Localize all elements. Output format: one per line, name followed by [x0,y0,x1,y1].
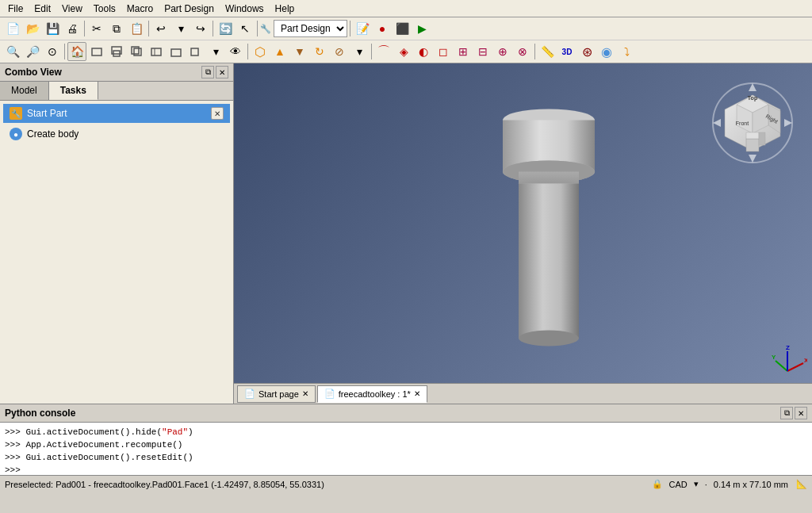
svg-rect-7 [171,49,181,56]
start-part-close-button[interactable]: ✕ [211,107,224,120]
combo-close-button[interactable]: ✕ [216,66,228,78]
chamfer-button[interactable]: ◈ [394,42,413,61]
menu-macro[interactable]: Macro [122,2,158,16]
svg-marker-21 [784,119,792,127]
workbench-selector[interactable]: Part Design [274,20,347,37]
python-console-close-button[interactable]: ✕ [795,407,807,419]
cut-button[interactable]: ✂ [87,19,106,38]
create-body-item[interactable]: ● Create body [3,124,230,144]
revolution-button[interactable]: ↻ [310,42,329,61]
menu-edit[interactable]: Edit [29,2,56,16]
paste-button[interactable]: 📋 [127,19,146,38]
tab-tasks[interactable]: Tasks [49,82,98,100]
top-view-button[interactable] [107,42,126,61]
start-part-item[interactable]: 🔧 Start Part ✕ [3,104,230,123]
python-console-body[interactable]: >>> Gui.activeDocument().hide("Pad") >>>… [0,423,812,475]
copy-button[interactable]: ⧉ [107,19,126,38]
edit-macro-button[interactable]: 📝 [353,19,372,38]
svg-point-16 [519,330,579,346]
new-sketch-button[interactable]: ⬡ [251,42,270,61]
start-page-tab-close[interactable]: ✕ [302,389,308,398]
fit-all-button[interactable]: 🔍 [3,42,22,61]
print-button[interactable]: 🖨 [63,19,82,38]
menu-file[interactable]: File [3,2,28,16]
pad-button[interactable]: ▲ [270,42,289,61]
refresh-button[interactable]: 🔄 [216,19,235,38]
draft-button[interactable]: ◐ [414,42,433,61]
part3d-button[interactable]: 3D [557,42,576,61]
move-tip-button[interactable]: ⤵ [617,42,636,61]
redo-dropdown-button[interactable]: ▾ [171,19,190,38]
create-body-tb-button[interactable]: ◉ [597,42,616,61]
undo-button[interactable]: ↩ [151,19,170,38]
menu-tools[interactable]: Tools [89,2,121,16]
svg-rect-31 [746,132,759,139]
save-button[interactable]: 💾 [43,19,62,38]
run-macro-button[interactable]: ▶ [412,19,431,38]
create-body-label: Create body [27,128,79,140]
menu-view[interactable]: View [57,2,87,16]
combo-float-button[interactable]: ⧉ [201,66,214,78]
boolean-button[interactable]: ⊛ [577,42,596,61]
part-design-dropdown[interactable]: ▾ [350,42,369,61]
svg-line-33 [787,363,803,371]
svg-text:X: X [804,357,807,364]
pocket-button[interactable]: ▼ [290,42,309,61]
svg-marker-18 [749,83,756,91]
stop-macro-button[interactable]: ⬛ [393,19,412,38]
polar-pattern-button[interactable]: ⊕ [493,42,512,61]
menu-part-design[interactable]: Part Design [159,2,219,16]
draw-style-button[interactable]: ⊙ [43,42,62,61]
start-page-tab[interactable]: 📄 Start page ✕ [237,385,316,403]
linear-pattern-button[interactable]: ⊟ [473,42,492,61]
toolbar-separator-1 [84,21,85,36]
menubar: File Edit View Tools Macro Part Design W… [0,0,812,17]
viewport[interactable]: Top Right Front X Y Z [234,63,812,404]
combo-view-icons: ⧉ ✕ [201,66,228,78]
statusbar-right: 🔒 CAD ▾ · 0.14 m x 77.10 mm 📐 [652,479,807,489]
svg-marker-19 [749,155,756,163]
start-part-label: Start Part [27,108,67,119]
stereo-button[interactable]: 👁 [226,42,245,61]
toolbar-row-1: 📄 📂 💾 🖨 ✂ ⧉ 📋 ↩ ▾ ↪ 🔄 ↖ 🔧 Part Design 📝 … [0,17,812,40]
bottom-view-button[interactable] [167,42,186,61]
menu-windows[interactable]: Windows [220,2,269,16]
home-view-button[interactable]: 🏠 [67,42,86,61]
statusbar-cad-label: CAD [669,480,688,489]
toolbar-area: 📄 📂 💾 🖨 ✂ ⧉ 📋 ↩ ▾ ↪ 🔄 ↖ 🔧 Part Design 📝 … [0,17,812,63]
toolbar-separator-6 [64,44,65,59]
fillet-button[interactable]: ⌒ [374,42,393,61]
viewport-tabs: 📄 Start page ✕ 📄 freecadtoolkey : 1* ✕ [234,383,812,404]
start-macro-button[interactable]: ● [373,19,392,38]
groove-button[interactable]: ⊘ [330,42,349,61]
navigation-cube[interactable]: Top Right Front [709,79,796,167]
start-page-tab-label: Start page [259,389,299,399]
thickness-button[interactable]: ◻ [434,42,453,61]
toolbar-separator-2 [148,21,149,36]
freecad-tab-close[interactable]: ✕ [414,389,420,398]
console-line-4: >>> [5,464,807,475]
pointer-button[interactable]: ↖ [236,19,255,38]
freecad-tab[interactable]: 📄 freecadtoolkey : 1* ✕ [317,385,427,403]
right-view-button[interactable] [127,42,146,61]
left-view-button[interactable] [186,42,205,61]
fit-selection-button[interactable]: 🔎 [23,42,42,61]
statusbar-dimensions-icon: 📐 [796,479,807,489]
measure-button[interactable]: 📏 [538,42,557,61]
front-view-button[interactable] [87,42,106,61]
tab-model[interactable]: Model [0,82,49,100]
statusbar-cad-dropdown[interactable]: ▾ [694,479,699,489]
menu-help[interactable]: Help [270,2,300,16]
start-part-icon: 🔧 [10,107,22,120]
python-console-float-button[interactable]: ⧉ [780,407,793,419]
new-file-button[interactable]: 📄 [3,19,22,38]
mirrored-button[interactable]: ⊞ [454,42,473,61]
rear-view-button[interactable] [147,42,166,61]
statusbar-preselected: Preselected: Pad001 - freecadtoolkey.Pad… [5,480,324,489]
view-dropdown-button[interactable]: ▾ [206,42,225,61]
multi-transform-button[interactable]: ⊗ [513,42,532,61]
start-page-tab-icon: 📄 [244,389,255,399]
redo-button[interactable]: ↪ [191,19,210,38]
combo-view-header: Combo View ⧉ ✕ [0,63,233,82]
open-file-button[interactable]: 📂 [23,19,42,38]
